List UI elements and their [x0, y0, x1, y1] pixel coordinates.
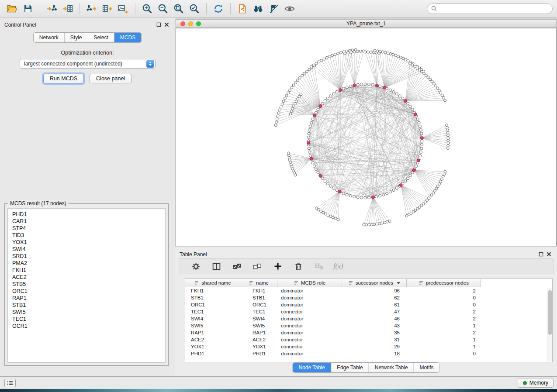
table-row[interactable]: PHD1PHD1dominator180 [185, 350, 552, 357]
criterion-select[interactable]: largest connected component (undirected) [20, 59, 156, 69]
delete-column-button[interactable] [292, 260, 304, 272]
mcds-result-item[interactable]: FKH1 [12, 267, 161, 274]
table-row[interactable]: FKH1FKH1dominator962 [185, 287, 552, 294]
column-type-icon [249, 280, 254, 285]
table-scrollbar[interactable] [547, 288, 552, 361]
mcds-result-item[interactable]: STB5 [12, 281, 161, 288]
network-canvas[interactable] [176, 28, 557, 246]
tab-select[interactable]: Select [88, 33, 114, 42]
table-cell: 96 [342, 287, 407, 294]
table-row[interactable]: RAP1RAP1dominator352 [185, 329, 552, 336]
mcds-result-item[interactable]: STB1 [12, 302, 161, 309]
style-slash-button[interactable] [266, 2, 282, 16]
toggle-visibility-button[interactable] [282, 2, 298, 16]
table-row[interactable]: SWI5SWI5connector431 [185, 322, 552, 329]
save-floppy-icon [23, 3, 33, 14]
column-header-predecessor-nodes[interactable]: predecessor nodes [407, 279, 481, 287]
column-type-icon [194, 280, 199, 285]
mcds-result-item[interactable]: PMA2 [12, 260, 161, 267]
mcds-result-item[interactable]: SWI5 [12, 309, 161, 316]
create-column-button[interactable] [272, 260, 284, 272]
mcds-result-item[interactable]: ACE2 [12, 274, 161, 281]
tab-mcds[interactable]: MCDS [114, 33, 141, 42]
open-document-share-button[interactable] [235, 2, 250, 16]
run-mcds-button[interactable]: Run MCDS [43, 74, 84, 83]
tab-edge-table[interactable]: Edge Table [331, 363, 369, 372]
table-row[interactable]: ACE2ACE2connector311 [185, 336, 552, 343]
column-header-shared-name[interactable]: shared name [185, 279, 240, 287]
control-panel-title: Control Panel [4, 22, 36, 28]
mcds-result-item[interactable]: ORC1 [12, 288, 161, 295]
minimize-window-icon[interactable] [188, 21, 193, 26]
close-panel-button[interactable]: Close panel [90, 74, 131, 83]
mcds-result-list: PHD1CAR1STP4TID3YOX1SWI4SRD1PMA2FKH1ACE2… [7, 208, 166, 363]
table-row[interactable]: TEC1TEC1connector472 [185, 308, 552, 315]
export-network-icon [86, 3, 97, 14]
mcds-result-item[interactable]: RAP1 [12, 295, 161, 302]
mcds-result-item[interactable]: STP4 [12, 225, 161, 232]
export-network-button[interactable] [84, 2, 100, 16]
mcds-result-item[interactable]: GCR1 [12, 323, 161, 330]
tab-motifs[interactable]: Motifs [414, 363, 439, 372]
network-graph[interactable] [176, 28, 557, 246]
table-cell: 18 [342, 350, 407, 357]
table-row[interactable]: YOX1YOX1connector291 [185, 343, 552, 350]
mcds-result-item[interactable]: TEC1 [12, 316, 161, 323]
table-cell: connector [277, 336, 342, 343]
table-settings-button[interactable] [190, 260, 202, 272]
function-builder-icon: f(x) [333, 262, 343, 270]
tab-style[interactable]: Style [65, 33, 88, 42]
task-history-button[interactable] [4, 379, 16, 387]
mcds-result-item[interactable]: CAR1 [12, 218, 161, 225]
table-cell: 46 [342, 315, 407, 322]
export-image-button[interactable] [115, 2, 131, 16]
deselect-all-columns-button[interactable] [251, 260, 263, 272]
column-header-successor-nodes[interactable]: successor nodes [342, 279, 407, 287]
float-panel-icon[interactable] [156, 22, 162, 28]
scrollbar-thumb[interactable] [548, 290, 552, 335]
network-titlebar[interactable]: YPA_prune.txt_1 [176, 19, 557, 28]
split-columns-button[interactable] [210, 260, 222, 272]
zoom-in-button[interactable] [139, 2, 155, 16]
close-window-icon[interactable] [180, 21, 185, 26]
table-cell: 0 [407, 350, 481, 357]
table-row[interactable]: STB1STB1dominator620 [185, 294, 552, 301]
table-cell: YOX1 [185, 343, 240, 350]
save-session-button[interactable] [20, 2, 36, 16]
table-cell: PHD1 [240, 350, 277, 357]
export-table-button[interactable] [100, 2, 115, 16]
refresh-icon [213, 3, 224, 14]
disabled-table-icon [314, 262, 324, 271]
main-toolbar [0, 0, 557, 17]
import-table-button[interactable] [60, 2, 76, 16]
column-header-name[interactable]: name [240, 279, 277, 287]
mcds-result-item[interactable]: PHD1 [12, 211, 161, 218]
tab-network-table[interactable]: Network Table [369, 363, 414, 372]
table-cell: 0 [407, 301, 481, 308]
close-table-panel-icon[interactable] [546, 251, 552, 257]
column-header-mcds-role[interactable]: MCDS role [277, 279, 342, 287]
zoom-fit-button[interactable] [171, 2, 187, 16]
float-table-panel-icon[interactable] [538, 251, 544, 257]
memory-button[interactable]: Memory [518, 378, 554, 388]
table-row[interactable]: SWI4SWI4dominator462 [185, 315, 552, 322]
select-all-columns-button[interactable] [231, 260, 243, 272]
close-panel-icon[interactable] [164, 22, 170, 28]
open-session-button[interactable] [4, 2, 20, 16]
maximize-window-icon[interactable] [196, 21, 201, 26]
table-row[interactable]: ORC1ORC1dominator610 [185, 301, 552, 308]
mcds-result-item[interactable]: TID3 [12, 232, 161, 239]
import-network-button[interactable] [44, 2, 60, 16]
tab-node-table[interactable]: Node Table [293, 363, 331, 372]
refresh-button[interactable] [211, 2, 226, 16]
search-input[interactable] [439, 6, 549, 12]
mcds-result-item[interactable]: SRD1 [12, 253, 161, 260]
mcds-result-item[interactable]: YOX1 [12, 239, 161, 246]
tab-network[interactable]: Network [34, 33, 65, 42]
table-panel: Table Panel [175, 247, 557, 376]
mcds-result-item[interactable]: SWI4 [12, 246, 161, 253]
sort-dropdown-icon[interactable] [397, 282, 400, 284]
zoom-out-button[interactable] [155, 2, 171, 16]
zoom-selected-button[interactable] [187, 2, 202, 16]
find-button[interactable] [250, 2, 266, 16]
